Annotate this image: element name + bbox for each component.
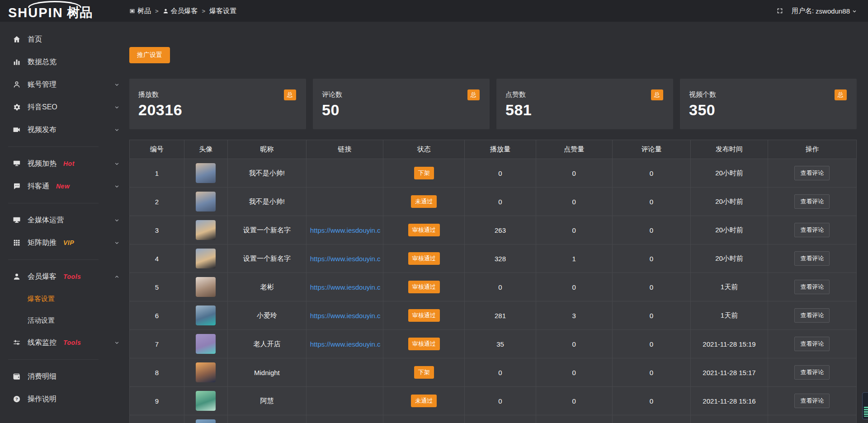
stat-card-comments: 评论数 50 总 bbox=[313, 79, 490, 129]
fullscreen-icon[interactable] bbox=[776, 7, 783, 14]
gear-icon bbox=[13, 103, 21, 111]
table-row: 2我不是小帅!未通过00020小时前查看评论 bbox=[130, 188, 857, 216]
status-badge: 审核通过 bbox=[408, 309, 440, 322]
video-link[interactable]: https://www.iesdouyin.c bbox=[310, 312, 381, 320]
cell-status: 未通过 bbox=[383, 387, 465, 415]
stat-label: 点赞数 bbox=[505, 90, 663, 99]
view-comments-button[interactable]: 查看评论 bbox=[794, 223, 830, 237]
cell-likes: 1 bbox=[536, 244, 612, 273]
view-comments-button[interactable]: 查看评论 bbox=[794, 280, 830, 294]
table-header-row: 编号头像昵称链接状态播放量点赞量评论量发布时间操作 bbox=[130, 140, 857, 159]
view-comments-button[interactable]: 查看评论 bbox=[794, 365, 830, 380]
view-comments-button[interactable]: 查看评论 bbox=[794, 251, 830, 266]
cell-link bbox=[306, 415, 383, 423]
widget-stripes bbox=[864, 407, 868, 417]
status-badge: 审核通过 bbox=[408, 224, 440, 236]
video-link[interactable]: https://www.iesdouyin.c bbox=[310, 340, 381, 348]
avatar bbox=[196, 391, 216, 411]
sidebar-item-data-overview[interactable]: 数据总览 bbox=[0, 51, 129, 73]
view-comments-button[interactable]: 查看评论 bbox=[794, 166, 830, 180]
cell-id: 3 bbox=[130, 216, 184, 244]
sidebar-item-badge: Tools bbox=[63, 339, 81, 346]
cell-plays: 0 bbox=[465, 159, 536, 188]
column-header: 头像 bbox=[184, 140, 227, 159]
sidebar-item-label: 矩阵助推 bbox=[28, 238, 57, 248]
cell-link: https://www.iesdouyin.c bbox=[306, 330, 383, 358]
cell-nickname: 设置一个新名字 bbox=[228, 216, 307, 244]
cell-likes: 0 bbox=[536, 216, 612, 244]
cell-link: https://www.iesdouyin.c bbox=[306, 273, 383, 301]
cell-publish-time: 1天前 bbox=[691, 273, 768, 301]
cell-status bbox=[383, 415, 465, 423]
promo-settings-button[interactable]: 推广设置 bbox=[129, 47, 170, 63]
cell-status: 下架 bbox=[383, 159, 465, 188]
cell-avatar bbox=[184, 387, 227, 415]
sidebar-item-label: 线索监控 bbox=[28, 338, 57, 348]
sidebar-item-account-manage[interactable]: 账号管理 bbox=[0, 73, 129, 96]
view-comments-button[interactable]: 查看评论 bbox=[794, 308, 830, 323]
cell-nickname: Midnight bbox=[228, 358, 307, 387]
sidebar-item-douyin-seo[interactable]: 抖音SEO bbox=[0, 96, 129, 118]
column-header: 昵称 bbox=[228, 140, 307, 159]
breadcrumb-item-home[interactable]: 树品 bbox=[129, 7, 151, 15]
username-label: 用户名: bbox=[792, 7, 814, 15]
cell-status: 未通过 bbox=[383, 188, 465, 216]
cell-actions: 查看评论 bbox=[768, 330, 856, 358]
cell-avatar bbox=[184, 301, 227, 330]
sidebar-item-home[interactable]: 首页 bbox=[0, 28, 129, 51]
avatar bbox=[196, 163, 216, 183]
video-link[interactable]: https://www.iesdouyin.c bbox=[310, 283, 381, 291]
chevron-down-icon bbox=[114, 161, 120, 167]
cell-avatar bbox=[184, 358, 227, 387]
floating-widget-sliver[interactable] bbox=[862, 392, 868, 419]
sidebar-subitem-baoke-settings[interactable]: 爆客设置 bbox=[0, 288, 129, 310]
sidebar-item-label: 抖音SEO bbox=[28, 103, 57, 112]
sidebar-item-label: 操作说明 bbox=[28, 395, 57, 404]
cell-publish-time: 20小时前 bbox=[691, 244, 768, 273]
sidebar-item-member-baoke[interactable]: 会员爆客Tools bbox=[0, 265, 129, 288]
status-badge: 审核通过 bbox=[408, 338, 440, 350]
breadcrumb-label: 会员爆客 bbox=[171, 7, 198, 15]
chevron-down-icon bbox=[114, 82, 120, 88]
breadcrumb-separator: > bbox=[155, 8, 159, 14]
stat-label: 视频个数 bbox=[689, 90, 847, 99]
sidebar-item-video-heat[interactable]: 视频加热Hot bbox=[0, 152, 129, 175]
sidebar-item-douketong[interactable]: 抖客通New bbox=[0, 175, 129, 197]
sidebar-subitem-activity-settings[interactable]: 活动设置 bbox=[0, 310, 129, 331]
video-link[interactable]: https://www.iesdouyin.c bbox=[310, 226, 381, 234]
sidebar-item-consume-detail[interactable]: 消费明细 bbox=[0, 365, 129, 388]
sidebar-item-clue-monitor[interactable]: 线索监控Tools bbox=[0, 331, 129, 354]
cell-likes: 0 bbox=[536, 159, 612, 188]
user-menu[interactable]: 用户名: zswodun88 bbox=[792, 7, 857, 15]
stat-card-videos: 视频个数 350 总 bbox=[680, 79, 857, 129]
table-row: 5老彬https://www.iesdouyin.c审核通过0001天前查看评论 bbox=[130, 273, 857, 301]
cell-comments: 0 bbox=[612, 159, 691, 188]
cell-likes bbox=[536, 415, 612, 423]
cell-publish-time: 2021-11-28 15:16 bbox=[691, 387, 768, 415]
cell-status: 审核通过 bbox=[383, 216, 465, 244]
cell-status: 审核通过 bbox=[383, 244, 465, 273]
sidebar-item-operation-help[interactable]: ?操作说明 bbox=[0, 388, 129, 410]
view-comments-button[interactable]: 查看评论 bbox=[794, 194, 830, 209]
breadcrumb-item-member[interactable]: 会员爆客 bbox=[163, 7, 198, 15]
cell-nickname: 设置一个新名字 bbox=[228, 244, 307, 273]
sidebar-item-video-publish[interactable]: 视频发布 bbox=[0, 118, 129, 141]
status-badge: 审核通过 bbox=[408, 252, 440, 265]
topbar-right: 用户名: zswodun88 bbox=[776, 7, 868, 15]
sidebar-item-matrix-boost[interactable]: 矩阵助推VIP bbox=[0, 231, 129, 254]
view-comments-button[interactable]: 查看评论 bbox=[794, 394, 830, 408]
sidebar-item-badge: VIP bbox=[63, 239, 74, 246]
cell-publish-time: 20小时前 bbox=[691, 159, 768, 188]
cell-plays: 263 bbox=[465, 216, 536, 244]
sidebar-item-media-operation[interactable]: 全媒体运营 bbox=[0, 209, 129, 231]
cell-status: 审核通过 bbox=[383, 330, 465, 358]
cell-likes: 0 bbox=[536, 188, 612, 216]
column-header: 评论量 bbox=[612, 140, 691, 159]
total-badge: 总 bbox=[467, 89, 480, 100]
video-link[interactable]: https://www.iesdouyin.c bbox=[310, 255, 381, 263]
cell-plays: 35 bbox=[465, 330, 536, 358]
user-icon bbox=[163, 8, 169, 14]
sidebar-divider bbox=[8, 359, 99, 360]
cell-actions: 查看评论 bbox=[768, 159, 856, 188]
view-comments-button[interactable]: 查看评论 bbox=[794, 337, 830, 351]
